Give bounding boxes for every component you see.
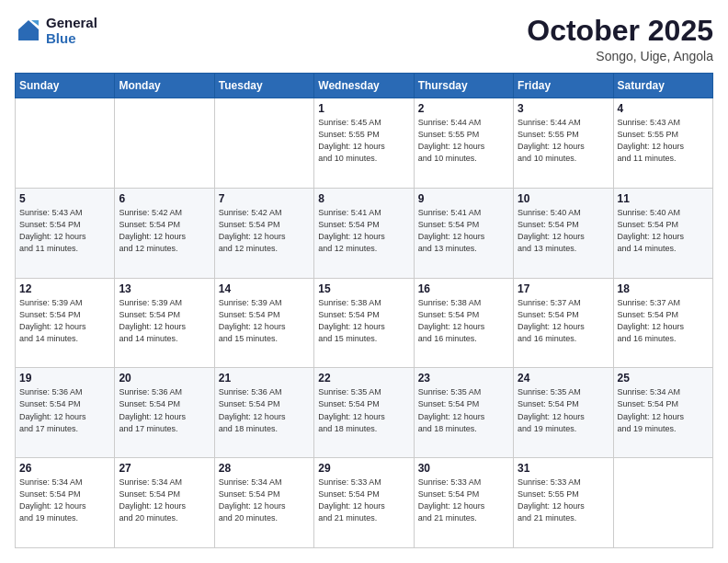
day-number: 2 [418, 102, 509, 115]
week-row-5: 26Sunrise: 5:34 AM Sunset: 5:54 PM Dayli… [16, 458, 713, 548]
week-row-1: 1Sunrise: 5:45 AM Sunset: 5:55 PM Daylig… [16, 98, 713, 189]
day-info: Sunrise: 5:33 AM Sunset: 5:55 PM Dayligh… [518, 477, 609, 524]
calendar-cell: 31Sunrise: 5:33 AM Sunset: 5:55 PM Dayli… [514, 458, 613, 548]
calendar-cell: 25Sunrise: 5:34 AM Sunset: 5:54 PM Dayli… [613, 368, 712, 458]
calendar-cell [16, 98, 115, 189]
day-info: Sunrise: 5:40 AM Sunset: 5:54 PM Dayligh… [518, 207, 609, 255]
day-number: 21 [219, 372, 310, 385]
day-number: 25 [618, 372, 709, 385]
day-number: 16 [418, 282, 509, 295]
calendar-cell: 8Sunrise: 5:41 AM Sunset: 5:54 PM Daylig… [314, 188, 414, 278]
calendar-cell: 12Sunrise: 5:39 AM Sunset: 5:54 PM Dayli… [16, 278, 115, 368]
calendar-cell: 24Sunrise: 5:35 AM Sunset: 5:54 PM Dayli… [514, 368, 613, 458]
calendar-cell: 17Sunrise: 5:37 AM Sunset: 5:54 PM Dayli… [514, 278, 613, 368]
day-number: 22 [318, 372, 409, 385]
day-info: Sunrise: 5:39 AM Sunset: 5:54 PM Dayligh… [19, 297, 110, 345]
calendar-cell: 19Sunrise: 5:36 AM Sunset: 5:54 PM Dayli… [16, 368, 115, 458]
calendar-cell: 5Sunrise: 5:43 AM Sunset: 5:54 PM Daylig… [16, 188, 115, 278]
day-number: 19 [19, 372, 110, 385]
week-row-2: 5Sunrise: 5:43 AM Sunset: 5:54 PM Daylig… [16, 188, 713, 278]
day-info: Sunrise: 5:37 AM Sunset: 5:54 PM Dayligh… [518, 297, 609, 345]
calendar-cell: 3Sunrise: 5:44 AM Sunset: 5:55 PM Daylig… [514, 98, 613, 189]
weekday-header-wednesday: Wednesday [314, 74, 414, 98]
day-info: Sunrise: 5:38 AM Sunset: 5:54 PM Dayligh… [318, 297, 409, 345]
day-number: 30 [418, 462, 509, 475]
weekday-header-saturday: Saturday [613, 74, 712, 98]
day-info: Sunrise: 5:35 AM Sunset: 5:54 PM Dayligh… [518, 386, 609, 434]
calendar-cell: 18Sunrise: 5:37 AM Sunset: 5:54 PM Dayli… [613, 278, 712, 368]
day-info: Sunrise: 5:33 AM Sunset: 5:54 PM Dayligh… [318, 477, 409, 524]
weekday-header-tuesday: Tuesday [214, 74, 313, 98]
day-number: 14 [219, 282, 310, 295]
calendar-cell: 16Sunrise: 5:38 AM Sunset: 5:54 PM Dayli… [414, 278, 513, 368]
calendar-cell: 14Sunrise: 5:39 AM Sunset: 5:54 PM Dayli… [214, 278, 313, 368]
day-number: 5 [19, 192, 110, 205]
calendar-cell: 4Sunrise: 5:43 AM Sunset: 5:55 PM Daylig… [613, 98, 712, 189]
calendar-cell: 1Sunrise: 5:45 AM Sunset: 5:55 PM Daylig… [314, 98, 414, 189]
calendar-cell: 26Sunrise: 5:34 AM Sunset: 5:54 PM Dayli… [16, 458, 115, 548]
calendar-cell: 11Sunrise: 5:40 AM Sunset: 5:54 PM Dayli… [613, 188, 712, 278]
day-info: Sunrise: 5:35 AM Sunset: 5:54 PM Dayligh… [318, 386, 409, 434]
header: General Blue October 2025 Songo, Uige, A… [15, 15, 713, 63]
day-number: 20 [119, 372, 210, 385]
day-number: 24 [518, 372, 609, 385]
day-info: Sunrise: 5:35 AM Sunset: 5:54 PM Dayligh… [418, 386, 509, 434]
day-info: Sunrise: 5:44 AM Sunset: 5:55 PM Dayligh… [518, 117, 609, 165]
calendar-cell: 29Sunrise: 5:33 AM Sunset: 5:54 PM Dayli… [314, 458, 414, 548]
weekday-header-thursday: Thursday [414, 74, 513, 98]
weekday-header-monday: Monday [115, 74, 214, 98]
day-number: 7 [219, 192, 310, 205]
day-info: Sunrise: 5:41 AM Sunset: 5:54 PM Dayligh… [318, 207, 409, 255]
calendar-cell: 20Sunrise: 5:36 AM Sunset: 5:54 PM Dayli… [115, 368, 214, 458]
day-info: Sunrise: 5:43 AM Sunset: 5:54 PM Dayligh… [19, 207, 110, 255]
calendar-cell: 28Sunrise: 5:34 AM Sunset: 5:54 PM Dayli… [214, 458, 313, 548]
calendar-cell: 23Sunrise: 5:35 AM Sunset: 5:54 PM Dayli… [414, 368, 513, 458]
day-number: 1 [318, 102, 409, 115]
day-number: 10 [518, 192, 609, 205]
day-number: 27 [119, 462, 210, 475]
day-info: Sunrise: 5:43 AM Sunset: 5:55 PM Dayligh… [618, 117, 709, 165]
calendar-cell: 6Sunrise: 5:42 AM Sunset: 5:54 PM Daylig… [115, 188, 214, 278]
logo-icon [15, 17, 42, 44]
day-info: Sunrise: 5:37 AM Sunset: 5:54 PM Dayligh… [618, 297, 709, 345]
day-info: Sunrise: 5:34 AM Sunset: 5:54 PM Dayligh… [219, 477, 310, 524]
day-info: Sunrise: 5:42 AM Sunset: 5:54 PM Dayligh… [219, 207, 310, 255]
calendar-cell: 9Sunrise: 5:41 AM Sunset: 5:54 PM Daylig… [414, 188, 513, 278]
calendar-table: SundayMondayTuesdayWednesdayThursdayFrid… [15, 73, 713, 548]
day-number: 8 [318, 192, 409, 205]
day-number: 4 [618, 102, 709, 115]
day-info: Sunrise: 5:34 AM Sunset: 5:54 PM Dayligh… [19, 477, 110, 524]
day-number: 11 [618, 192, 709, 205]
logo-text: General Blue [46, 15, 97, 46]
day-number: 3 [518, 102, 609, 115]
calendar-cell [613, 458, 712, 548]
day-number: 15 [318, 282, 409, 295]
day-number: 28 [219, 462, 310, 475]
weekday-header-sunday: Sunday [16, 74, 115, 98]
day-number: 29 [318, 462, 409, 475]
day-number: 6 [119, 192, 210, 205]
day-info: Sunrise: 5:36 AM Sunset: 5:54 PM Dayligh… [219, 386, 310, 434]
title-block: October 2025 Songo, Uige, Angola [527, 15, 713, 63]
month-title: October 2025 [527, 15, 713, 47]
calendar-cell: 15Sunrise: 5:38 AM Sunset: 5:54 PM Dayli… [314, 278, 414, 368]
calendar-cell [214, 98, 313, 189]
day-info: Sunrise: 5:34 AM Sunset: 5:54 PM Dayligh… [618, 386, 709, 434]
day-number: 12 [19, 282, 110, 295]
day-number: 9 [418, 192, 509, 205]
page: General Blue October 2025 Songo, Uige, A… [0, 0, 728, 563]
day-number: 17 [518, 282, 609, 295]
week-row-3: 12Sunrise: 5:39 AM Sunset: 5:54 PM Dayli… [16, 278, 713, 368]
day-info: Sunrise: 5:45 AM Sunset: 5:55 PM Dayligh… [318, 117, 409, 165]
calendar-cell: 21Sunrise: 5:36 AM Sunset: 5:54 PM Dayli… [214, 368, 313, 458]
day-info: Sunrise: 5:39 AM Sunset: 5:54 PM Dayligh… [119, 297, 210, 345]
day-info: Sunrise: 5:44 AM Sunset: 5:55 PM Dayligh… [418, 117, 509, 165]
day-number: 23 [418, 372, 509, 385]
calendar-cell: 7Sunrise: 5:42 AM Sunset: 5:54 PM Daylig… [214, 188, 313, 278]
day-info: Sunrise: 5:41 AM Sunset: 5:54 PM Dayligh… [418, 207, 509, 255]
day-info: Sunrise: 5:42 AM Sunset: 5:54 PM Dayligh… [119, 207, 210, 255]
day-info: Sunrise: 5:40 AM Sunset: 5:54 PM Dayligh… [618, 207, 709, 255]
day-info: Sunrise: 5:39 AM Sunset: 5:54 PM Dayligh… [219, 297, 310, 345]
day-number: 31 [518, 462, 609, 475]
calendar-cell: 22Sunrise: 5:35 AM Sunset: 5:54 PM Dayli… [314, 368, 414, 458]
